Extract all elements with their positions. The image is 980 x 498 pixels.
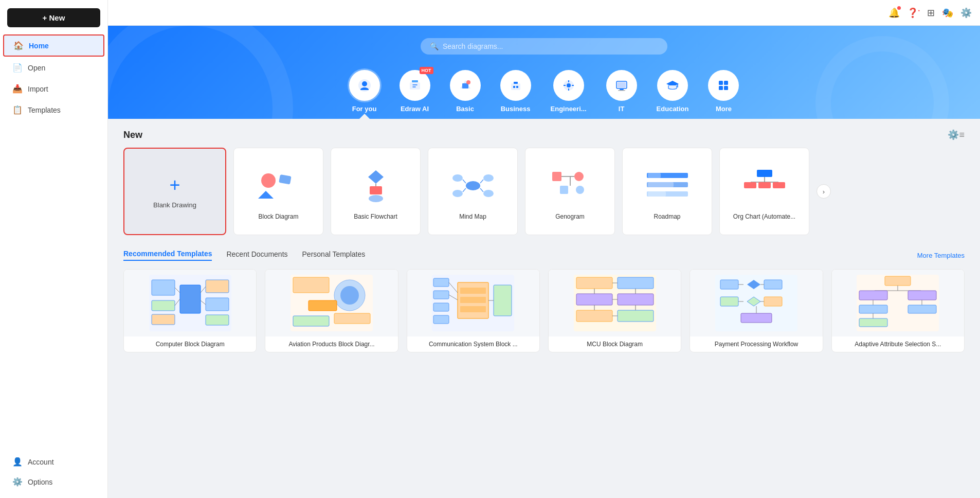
- svg-rect-72: [293, 316, 329, 326]
- more-templates-link[interactable]: More Templates: [917, 252, 965, 259]
- cat-tab-education[interactable]: Education: [651, 66, 694, 119]
- cat-tab-edraw-ai[interactable]: HOT Edraw AI: [394, 66, 435, 119]
- mcu-block-preview: [549, 270, 681, 336]
- sidebar-label-open: Open: [28, 64, 45, 72]
- sidebar-item-import[interactable]: 📥 Import: [3, 79, 104, 99]
- sidebar-label-templates: Templates: [28, 106, 61, 114]
- blank-drawing-card[interactable]: + Blank Drawing: [123, 148, 226, 235]
- svg-rect-76: [433, 291, 449, 299]
- template-card-genogram[interactable]: Genogram: [525, 148, 615, 235]
- svg-rect-68: [293, 277, 329, 293]
- template-card-org-chart[interactable]: Org Chart (Automate...: [719, 148, 809, 235]
- account-icon: 👤: [12, 457, 23, 467]
- cat-tab-engineering[interactable]: Engineeri...: [546, 66, 592, 119]
- svg-rect-56: [152, 280, 175, 295]
- svg-rect-46: [648, 173, 661, 178]
- tab-recommended[interactable]: Recommended Templates: [123, 250, 212, 261]
- svg-rect-13: [618, 82, 626, 87]
- recommended-section: Recommended Templates Recent Documents P…: [123, 250, 965, 352]
- cat-tab-more[interactable]: More: [703, 66, 744, 119]
- settings-icon[interactable]: ⚙️: [960, 7, 972, 19]
- mind-map-preview: [447, 163, 499, 209]
- template-card-block-diagram[interactable]: Block Diagram: [233, 148, 323, 235]
- help-icon[interactable]: ❓•: [907, 7, 920, 19]
- svg-rect-92: [576, 310, 612, 322]
- settings-layout-icon[interactable]: ⚙️≡: [948, 129, 965, 140]
- svg-rect-105: [720, 297, 738, 306]
- svg-rect-88: [576, 277, 612, 289]
- sidebar: + New 🏠 Home 📄 Open 📥 Import 📋 Templates…: [0, 0, 108, 498]
- cat-label-engineering: Engineeri...: [551, 105, 587, 113]
- scroll-right-button[interactable]: ›: [816, 184, 831, 199]
- sidebar-item-templates[interactable]: 📋 Templates: [3, 100, 104, 120]
- new-button[interactable]: + New: [7, 8, 100, 27]
- cat-tab-business[interactable]: Business: [495, 66, 536, 119]
- svg-line-36: [480, 188, 483, 192]
- rec-card-payment-processing[interactable]: Payment Processing Workflow: [689, 269, 823, 352]
- rec-card-adaptive-attribute[interactable]: Adaptive Attribute Selection S...: [831, 269, 965, 352]
- search-icon: 🔍: [430, 42, 439, 50]
- tab-recent[interactable]: Recent Documents: [226, 250, 287, 260]
- genogram-label: Genogram: [555, 213, 585, 220]
- rec-card-mcu-block[interactable]: MCU Block Diagram: [548, 269, 681, 352]
- cat-tab-it[interactable]: IT: [601, 66, 642, 119]
- sidebar-item-home[interactable]: 🏠 Home: [3, 34, 104, 57]
- template-card-roadmap[interactable]: Roadmap: [622, 148, 712, 235]
- svg-point-5: [466, 80, 470, 84]
- hero-banner: 🔍 For you HOT Edraw AI: [108, 26, 980, 119]
- plus-icon: +: [169, 174, 180, 196]
- svg-rect-89: [618, 277, 654, 289]
- notification-icon[interactable]: 🔔: [888, 7, 900, 19]
- communication-block-preview: [407, 270, 539, 336]
- aviation-block-preview: [265, 270, 397, 336]
- svg-rect-125: [859, 318, 887, 327]
- engineering-icon-circle: [553, 70, 584, 101]
- svg-rect-108: [741, 313, 772, 323]
- svg-rect-77: [433, 303, 449, 311]
- sidebar-label-import: Import: [28, 85, 48, 93]
- svg-point-70: [340, 286, 359, 305]
- apps-icon[interactable]: ⊞: [927, 7, 935, 19]
- basic-flowchart-label: Basic Flowchart: [354, 213, 397, 220]
- payment-processing-title: Payment Processing Workflow: [690, 336, 822, 352]
- svg-rect-81: [460, 297, 486, 303]
- svg-rect-73: [334, 313, 370, 324]
- sidebar-nav: 🏠 Home 📄 Open 📥 Import 📋 Templates: [0, 33, 107, 446]
- content-area: New ⚙️≡ + Blank Drawing Block Diagram: [108, 119, 980, 498]
- svg-rect-60: [206, 280, 229, 293]
- sidebar-item-options[interactable]: ⚙️ Options: [3, 472, 104, 492]
- search-input[interactable]: [443, 42, 658, 50]
- cat-tab-basic[interactable]: Basic: [445, 66, 486, 119]
- more-icon-circle: [708, 70, 739, 101]
- rec-card-communication-block[interactable]: Communication System Block ...: [407, 269, 540, 352]
- svg-rect-54: [773, 182, 785, 188]
- cat-label-for-you: For you: [352, 105, 377, 113]
- svg-rect-41: [560, 186, 568, 194]
- svg-rect-20: [724, 86, 728, 90]
- payment-processing-preview: [690, 270, 822, 336]
- svg-rect-52: [744, 182, 756, 188]
- svg-point-11: [567, 83, 571, 87]
- svg-marker-23: [258, 191, 274, 199]
- tab-personal[interactable]: Personal Templates: [302, 250, 366, 260]
- svg-rect-59: [180, 285, 201, 313]
- search-bar[interactable]: 🔍: [421, 38, 667, 55]
- sidebar-bottom: 👤 Account ⚙️ Options: [0, 446, 107, 498]
- sidebar-item-open[interactable]: 📄 Open: [3, 58, 104, 78]
- business-icon-circle: [500, 70, 531, 101]
- rec-card-computer-block[interactable]: Computer Block Diagram: [123, 269, 257, 352]
- cat-label-business: Business: [501, 105, 531, 113]
- template-card-mind-map[interactable]: Mind Map: [428, 148, 518, 235]
- sidebar-item-account[interactable]: 👤 Account: [3, 452, 104, 472]
- template-card-basic-flowchart[interactable]: Basic Flowchart: [331, 148, 421, 235]
- cat-label-education: Education: [657, 105, 689, 113]
- svg-rect-122: [859, 305, 887, 313]
- rec-card-aviation-block[interactable]: Aviation Products Block Diagr...: [265, 269, 398, 352]
- svg-rect-25: [370, 186, 382, 194]
- computer-block-preview: [124, 270, 256, 336]
- it-icon-circle: [606, 70, 637, 101]
- profile-icon[interactable]: 🎭: [942, 7, 953, 19]
- sidebar-label-account: Account: [28, 458, 54, 466]
- templates-icon: 📋: [12, 105, 23, 115]
- cat-tab-for-you[interactable]: For you: [344, 66, 385, 119]
